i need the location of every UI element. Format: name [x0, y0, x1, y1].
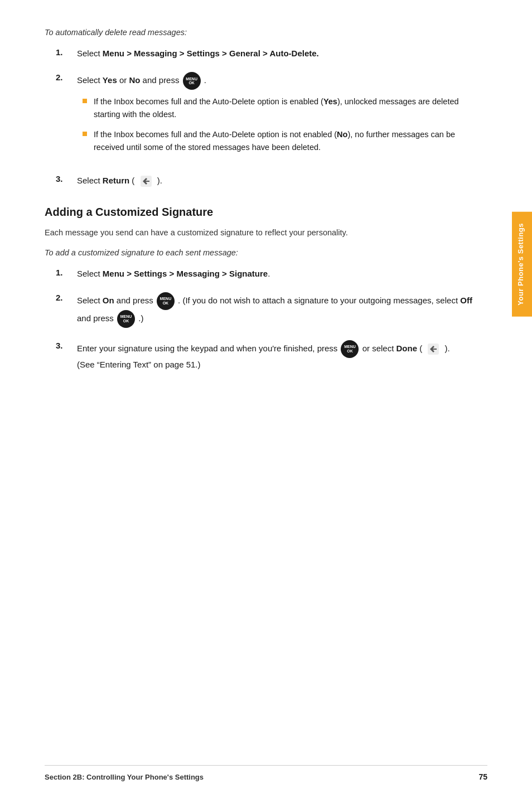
section2-step-1-number: 1.	[56, 267, 72, 277]
section2-step-2: 2. Select On and press MENU OK . (If you…	[56, 292, 487, 328]
section2-step-3-see: (See “Entering Text” on page 51.)	[77, 360, 201, 369]
step-2: 2. Select Yes or No and press MENU OK . …	[56, 72, 487, 161]
step-2-period: .	[204, 75, 206, 85]
step-1: 1. Select Menu > Messaging > Settings > …	[56, 47, 487, 60]
section2-step-3-or: or select Done (	[362, 344, 423, 353]
section2-step-1: 1. Select Menu > Settings > Messaging > …	[56, 267, 487, 280]
step-2-text: Select Yes or No and press	[77, 75, 182, 85]
section2-step-1-content: Select Menu > Settings > Messaging > Sig…	[77, 267, 487, 280]
step-1-number: 1.	[56, 47, 72, 57]
bullet-square-2	[83, 132, 87, 136]
bullet-2: If the Inbox becomes full and the Auto-D…	[83, 128, 487, 153]
menu-ok-btn-1: MENU OK	[183, 72, 201, 90]
done-icon	[425, 341, 441, 357]
section2-intro: Each message you send can have a customi…	[45, 226, 487, 239]
section2-step-3: 3. Enter your signature using the keypad…	[56, 340, 487, 371]
menu-ok-btn-4: MENU OK	[341, 340, 359, 358]
menu-ok-btn-2: MENU OK	[157, 292, 175, 310]
step-3-number: 3.	[56, 173, 72, 183]
section2-step-3-close: ).	[445, 344, 450, 353]
section2-step-3-text1: Enter your signature using the keypad an…	[77, 344, 340, 353]
step-3: 3. Select Return ( ).	[56, 173, 487, 189]
page-container: Your Phone's Settings To automatically d…	[0, 0, 532, 798]
section2-step-3-number: 3.	[56, 340, 72, 350]
done-icon-svg	[425, 341, 441, 357]
section2-sub-intro: To add a customized signature to each se…	[45, 248, 487, 257]
step-2-number: 2.	[56, 72, 72, 82]
section2-step-3-content: Enter your signature using the keypad an…	[77, 340, 487, 371]
section1-intro: To automatically delete read messages:	[45, 28, 487, 37]
section2-step-2-content: Select On and press MENU OK . (If you do…	[77, 292, 487, 328]
footer-page-number: 75	[478, 772, 487, 781]
step-3-content: Select Return ( ).	[77, 173, 487, 189]
return-icon	[138, 173, 154, 189]
section2-heading: Adding a Customized Signature	[45, 206, 487, 219]
side-tab: Your Phone's Settings	[512, 212, 532, 317]
section2-steps: 1. Select Menu > Settings > Messaging > …	[56, 267, 487, 371]
menu-ok-btn-3: MENU OK	[117, 310, 135, 328]
step-1-content: Select Menu > Messaging > Settings > Gen…	[77, 47, 487, 60]
step-2-bullets: If the Inbox becomes full and the Auto-D…	[83, 95, 487, 153]
step-2-content: Select Yes or No and press MENU OK . If …	[77, 72, 487, 161]
bullet-1-text: If the Inbox becomes full and the Auto-D…	[94, 95, 487, 120]
bullet-2-text: If the Inbox becomes full and the Auto-D…	[94, 128, 487, 153]
step-1-bold: Menu > Messaging > Settings > General > …	[103, 49, 319, 58]
section2-step-1-menu: Menu > Settings > Messaging > Signature	[103, 269, 268, 278]
step-3-text: Select Return (	[77, 176, 134, 185]
footer-section-label: Section 2B: Controlling Your Phone's Set…	[45, 773, 204, 781]
section1-steps: 1. Select Menu > Messaging > Settings > …	[56, 47, 487, 189]
section2-step-2-text: Select On and press	[77, 296, 156, 305]
bullet-1: If the Inbox becomes full and the Auto-D…	[83, 95, 487, 120]
section2-step-2-number: 2.	[56, 292, 72, 302]
return-icon-svg	[138, 173, 154, 189]
bullet-square-1	[83, 99, 87, 103]
page-footer: Section 2B: Controlling Your Phone's Set…	[45, 765, 487, 781]
step-3-close: ).	[157, 176, 162, 185]
side-tab-text: Your Phone's Settings	[516, 223, 525, 306]
